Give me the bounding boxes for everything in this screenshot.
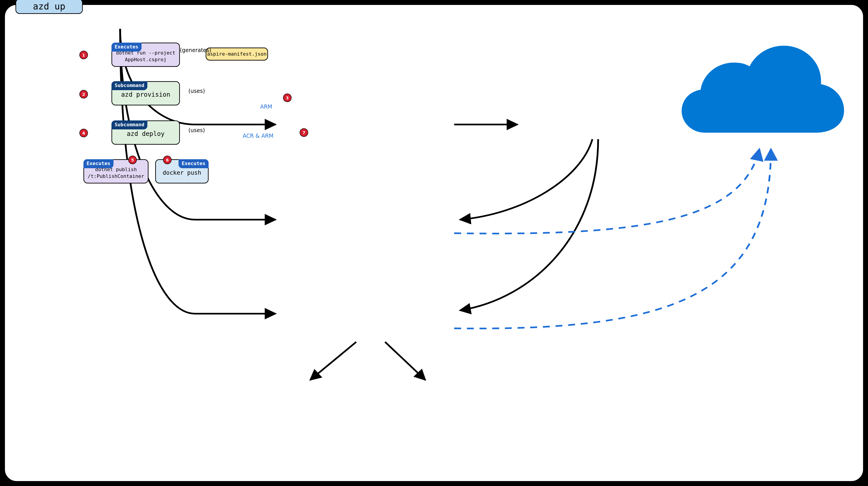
step-badge-3: 3 bbox=[283, 93, 291, 102]
node-provision-text: azd provision bbox=[121, 90, 170, 99]
step-badge-4: 4 bbox=[80, 129, 88, 137]
node-azd-up-text: azd up bbox=[33, 0, 65, 12]
edge-uses-1: (uses) bbox=[188, 88, 205, 94]
edge-generates: (generates) bbox=[180, 47, 211, 53]
edge-uses-2: (uses) bbox=[188, 127, 205, 133]
tag-executes: Executes bbox=[112, 42, 142, 52]
diagram-frame: azd up Executes dotnet run --project App… bbox=[3, 3, 865, 483]
node-azd-up: azd up bbox=[16, 0, 83, 14]
step-badge-7: 7 bbox=[300, 128, 308, 137]
node-docker: Executes docker push bbox=[155, 159, 209, 183]
step-badge-5: 5 bbox=[128, 156, 137, 164]
step-badge-2: 2 bbox=[80, 90, 88, 98]
node-deploy: Subcommand azd deploy bbox=[112, 120, 180, 145]
node-manifest-text: aspire-manifest.json bbox=[207, 51, 267, 57]
node-dotnet-run-text: dotnet run --project AppHost.csproj bbox=[116, 50, 176, 63]
tag-executes-2: Executes bbox=[84, 159, 114, 168]
node-deploy-text: azd deploy bbox=[127, 130, 165, 138]
tag-subcommand: Subcommand bbox=[112, 81, 147, 90]
connectors-layer bbox=[5, 5, 863, 481]
edge-acr-arm: ACR & ARM bbox=[243, 133, 273, 139]
node-manifest: aspire-manifest.json bbox=[206, 48, 268, 61]
node-publish-text: dotnet publish /t:PublishContainer bbox=[88, 166, 144, 179]
node-docker-text: docker push bbox=[163, 169, 201, 177]
tag-executes-3: Executes bbox=[179, 159, 209, 168]
node-dotnet-run: Executes dotnet run --project AppHost.cs… bbox=[112, 42, 180, 67]
step-badge-6: 6 bbox=[163, 156, 172, 164]
node-publish: Executes dotnet publish /t:PublishContai… bbox=[84, 159, 149, 183]
edge-arm: ARM bbox=[260, 103, 272, 110]
step-badge-1: 1 bbox=[80, 51, 88, 59]
tag-subcommand-2: Subcommand bbox=[112, 120, 147, 129]
node-provision: Subcommand azd provision bbox=[112, 81, 180, 105]
